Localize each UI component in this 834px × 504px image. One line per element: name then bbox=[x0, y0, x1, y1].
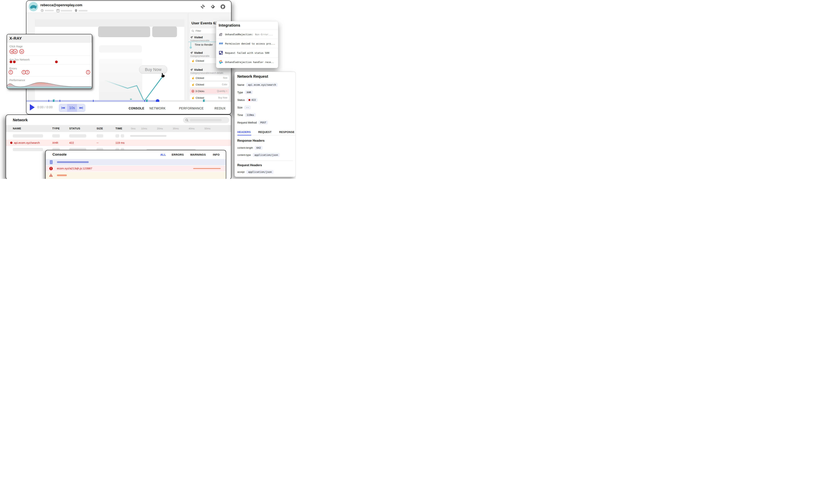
playback-time: 0:00 / 0:00 bbox=[37, 106, 52, 109]
column-size[interactable]: SIZE bbox=[96, 127, 103, 130]
event-rage-click-card[interactable]: 3 Clicks Quantity + bbox=[190, 88, 229, 94]
visited-icon bbox=[190, 51, 193, 54]
header-content-length: content-length 642 bbox=[237, 146, 263, 150]
tab-network[interactable]: NETWORK bbox=[149, 107, 166, 110]
field-label: Type bbox=[237, 91, 243, 94]
content-length-value: 642 bbox=[256, 146, 261, 149]
network-table-header: NAME TYPE STATUS SIZE TIME 0ms 10ms 20ms… bbox=[6, 125, 231, 132]
time-to-render-label: Time to Render bbox=[195, 43, 213, 46]
performance-sparkline bbox=[7, 81, 91, 88]
field-label: Name bbox=[237, 83, 244, 86]
xray-title: X-RAY bbox=[7, 34, 92, 42]
sentry-icon bbox=[219, 32, 223, 37]
skip-control: 10s bbox=[59, 104, 85, 112]
meta-placeholder-bar bbox=[79, 10, 88, 12]
visited-icon bbox=[190, 68, 193, 71]
tab-console[interactable]: CONSOLE bbox=[129, 107, 144, 110]
integrations-panel: Integrations UnhandledRejection: Non-Err… bbox=[216, 21, 278, 68]
rage-face-icons bbox=[9, 49, 31, 54]
skip-interval-label[interactable]: 10s bbox=[67, 104, 77, 112]
integration-detail: Non-Error... bbox=[255, 33, 273, 36]
console-title: Console bbox=[52, 152, 67, 157]
request-time-value: 119ms bbox=[247, 113, 254, 116]
time-tick: 40ms bbox=[189, 127, 195, 130]
screenshot-canvas: rebecca@openreplay.com bbox=[0, 0, 296, 179]
avatar bbox=[29, 2, 38, 11]
network-error-dot bbox=[13, 61, 16, 63]
event-click-meta: Size bbox=[223, 76, 227, 79]
github-icon[interactable] bbox=[220, 4, 225, 9]
time-tick: 0ms bbox=[131, 127, 136, 130]
skeleton-cell bbox=[96, 134, 103, 137]
error-icons bbox=[7, 70, 92, 75]
integration-item-elastic[interactable]: Unhandledrejection handler rece.. bbox=[216, 57, 278, 67]
click-hand-icon: ☝ bbox=[192, 96, 195, 99]
tab-performance[interactable]: PERFORMANCE bbox=[179, 107, 204, 110]
column-type[interactable]: TYPE bbox=[52, 127, 60, 130]
play-button[interactable] bbox=[30, 104, 35, 111]
console-row-info[interactable]: i bbox=[46, 159, 226, 165]
tab-response[interactable]: RESPONSE bbox=[279, 131, 294, 134]
jira-icon[interactable] bbox=[210, 4, 215, 9]
click-hand-icon: ☝ bbox=[192, 76, 195, 80]
timeline-scrubber[interactable]: “ bbox=[26, 100, 231, 102]
field-value-chip: 119ms bbox=[245, 113, 256, 117]
tab-request[interactable]: REQUEST bbox=[258, 131, 271, 134]
event-clicked-card[interactable]: ☝ Clicked Buy Now bbox=[190, 95, 229, 100]
skip-back-icon bbox=[61, 106, 65, 109]
column-status[interactable]: STATUS bbox=[69, 127, 80, 130]
request-method-value: POST bbox=[260, 121, 266, 124]
console-tab-errors[interactable]: ERRORS bbox=[172, 153, 184, 156]
integration-item-bugsnag[interactable]: Permission denied to access pro... bbox=[216, 39, 278, 48]
event-visited-group[interactable]: Visited /category/wearable/watch-details bbox=[190, 68, 229, 74]
integration-message: Request failed with status 500 bbox=[225, 51, 269, 54]
xray-panel: X-RAY Click Rage 4xx-5xx Network Errors bbox=[7, 34, 92, 89]
rhino-avatar-icon bbox=[29, 2, 38, 11]
event-clicked-card[interactable]: ☝ Clicked Size bbox=[190, 75, 229, 81]
warning-icon bbox=[49, 173, 53, 177]
console-tab-all[interactable]: ALL bbox=[160, 153, 166, 156]
user-events-title: User Events 62 bbox=[192, 21, 217, 25]
skeleton-cell bbox=[52, 134, 60, 137]
skeleton-cell bbox=[13, 134, 43, 137]
event-clicked-card[interactable]: ☝ Clicked Color bbox=[190, 82, 229, 87]
network-search[interactable] bbox=[183, 117, 229, 123]
request-headers-heading: Request Headers bbox=[237, 163, 262, 167]
field-size: Size -- bbox=[237, 106, 251, 109]
column-name[interactable]: NAME bbox=[13, 127, 21, 130]
network-row-error[interactable]: api.ecom.xyz/search XHR 422 -- 119 ms bbox=[6, 139, 231, 146]
header-accept: accept application/json bbox=[237, 170, 273, 174]
request-name-value: api.ecom.xyz/search bbox=[248, 83, 276, 86]
integration-item-sentry[interactable]: UnhandledRejection: Non-Error... bbox=[216, 29, 278, 39]
event-click-label: Clicked bbox=[196, 83, 204, 86]
console-row-warning[interactable] bbox=[46, 172, 226, 179]
field-value-chip: -- bbox=[244, 106, 251, 109]
column-time[interactable]: TIME bbox=[115, 127, 122, 130]
session-header: rebecca@openreplay.com bbox=[26, 1, 231, 13]
search-icon bbox=[192, 29, 194, 32]
buy-now-button[interactable]: Buy Now bbox=[139, 65, 167, 74]
click-hand-icon: ☝ bbox=[192, 60, 195, 62]
event-type-label: Visited bbox=[194, 36, 203, 39]
network-row-skeleton[interactable] bbox=[6, 133, 231, 139]
datadog-icon bbox=[219, 50, 223, 55]
event-click-label: 3 Clicks bbox=[195, 90, 204, 93]
error-status-dot bbox=[10, 142, 13, 144]
tab-headers[interactable]: HEADERS bbox=[237, 131, 251, 134]
xray-network-label: 4xx-5xx Network bbox=[9, 58, 30, 61]
error-icon bbox=[49, 167, 53, 170]
session-browser-meta bbox=[57, 9, 72, 12]
console-tab-warnings[interactable]: WARNINGS bbox=[190, 153, 206, 156]
console-row-error[interactable]: ecom.xyz/a213qh.js:123987 bbox=[46, 166, 226, 172]
console-tab-info[interactable]: INFO bbox=[213, 153, 220, 156]
event-click-meta: Color bbox=[222, 83, 227, 86]
integration-item-datadog[interactable]: Request failed with status 500 bbox=[216, 48, 278, 57]
cell-size: -- bbox=[96, 141, 98, 144]
slack-icon[interactable] bbox=[200, 4, 205, 9]
skip-back-button[interactable] bbox=[59, 104, 67, 112]
content-type-value: application/json bbox=[255, 154, 278, 156]
skip-forward-button[interactable] bbox=[77, 104, 85, 112]
skeleton-cell bbox=[115, 134, 119, 137]
timeline-quote-marker-icon[interactable]: “ bbox=[130, 98, 132, 102]
tab-redux[interactable]: REDUX bbox=[215, 107, 226, 110]
